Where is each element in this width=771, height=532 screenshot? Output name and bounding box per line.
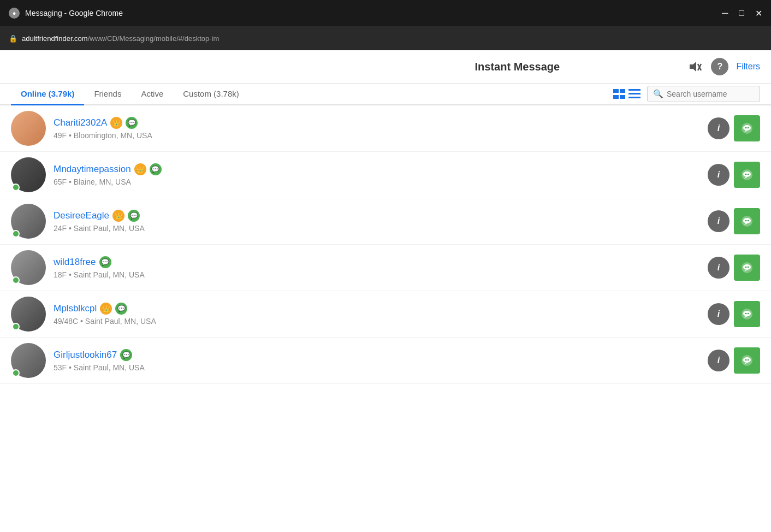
message-button[interactable] <box>734 255 760 281</box>
user-meta: 53F • Saint Paul, MN, USA <box>54 363 700 372</box>
maximize-button[interactable]: □ <box>739 8 744 19</box>
user-info: wild18free 💬 18F • Saint Paul, MN, USA <box>54 256 700 279</box>
username[interactable]: DesireeEagle <box>54 210 109 221</box>
window-controls: ─ □ ✕ <box>722 8 762 19</box>
username[interactable]: Girljustlookin67 <box>54 350 117 360</box>
svg-point-22 <box>745 220 746 221</box>
mute-icon[interactable] <box>686 58 703 75</box>
user-actions: i <box>708 115 760 141</box>
msg-badge: 💬 <box>120 349 132 361</box>
grid-view-button[interactable] <box>628 89 640 99</box>
svg-point-17 <box>745 174 746 175</box>
user-actions: i <box>708 162 760 188</box>
search-input[interactable] <box>667 90 754 98</box>
tab-custom[interactable]: Custom (3.78k) <box>173 84 249 105</box>
list-item: Chariti2302A 👑 💬 49F • Bloomington, MN, … <box>0 105 771 152</box>
user-meta: 24F • Saint Paul, MN, USA <box>54 224 700 233</box>
info-button[interactable]: i <box>708 117 730 139</box>
user-meta: 18F • Saint Paul, MN, USA <box>54 270 700 279</box>
svg-point-28 <box>746 267 748 268</box>
svg-point-23 <box>746 220 748 221</box>
tabs-right-controls: 🔍 <box>613 86 760 102</box>
avatar-wrap <box>11 343 46 378</box>
info-button[interactable]: i <box>708 303 730 325</box>
user-info: Girljustlookin67 💬 53F • Saint Paul, MN,… <box>54 349 700 372</box>
message-button[interactable] <box>734 347 760 374</box>
search-icon: 🔍 <box>653 89 663 99</box>
online-indicator <box>12 184 20 191</box>
message-button[interactable] <box>734 301 760 327</box>
minimize-button[interactable]: ─ <box>722 8 728 19</box>
tab-active[interactable]: Active <box>131 84 173 105</box>
tabs-bar: Online (3.79k) Friends Active Custom (3.… <box>0 84 771 105</box>
lock-icon: 🔒 <box>9 34 17 43</box>
filters-button[interactable]: Filters <box>736 62 760 72</box>
crown-badge: 👑 <box>112 210 124 222</box>
list-view-button[interactable] <box>613 89 625 99</box>
crown-badge: 👑 <box>134 163 146 175</box>
svg-point-12 <box>745 127 746 128</box>
addressbar: 🔒 adultfriendfinder.com /www/CD/Messagin… <box>0 26 771 50</box>
svg-rect-6 <box>620 95 625 99</box>
url-path[interactable]: /www/CD/Messaging/mobile/#/desktop-im <box>88 34 220 43</box>
message-button[interactable] <box>734 162 760 188</box>
browser-icon: ● <box>9 8 20 19</box>
svg-rect-8 <box>628 93 640 94</box>
username-row: Girljustlookin67 💬 <box>54 349 700 361</box>
info-button[interactable]: i <box>708 350 730 371</box>
msg-badge: 💬 <box>99 256 111 268</box>
url-base[interactable]: adultfriendfinder.com <box>22 34 88 43</box>
svg-rect-5 <box>613 95 619 99</box>
svg-rect-3 <box>613 89 619 93</box>
avatar-wrap <box>11 111 46 146</box>
user-info: Mplsblkcpl 👑 💬 49/48C • Saint Paul, MN, … <box>54 303 700 326</box>
username[interactable]: Mndaytimepassion <box>54 164 131 175</box>
header: Instant Message ? Filters <box>0 50 771 84</box>
info-button[interactable]: i <box>708 210 730 232</box>
svg-point-32 <box>745 313 746 314</box>
crown-badge: 👑 <box>100 303 112 315</box>
user-info: Mndaytimepassion 👑 💬 65F • Blaine, MN, U… <box>54 163 700 186</box>
user-info: Chariti2302A 👑 💬 49F • Bloomington, MN, … <box>54 117 700 140</box>
user-meta: 49/48C • Saint Paul, MN, USA <box>54 317 700 326</box>
username-row: Mplsblkcpl 👑 💬 <box>54 303 700 315</box>
online-indicator <box>12 369 20 377</box>
info-button[interactable]: i <box>708 164 730 186</box>
message-button[interactable] <box>734 115 760 141</box>
close-button[interactable]: ✕ <box>755 8 762 19</box>
msg-badge: 💬 <box>150 163 162 175</box>
svg-point-37 <box>745 359 746 360</box>
svg-point-33 <box>746 313 748 314</box>
tab-friends[interactable]: Friends <box>84 84 131 105</box>
avatar-wrap <box>11 204 46 239</box>
user-actions: i <box>708 347 760 374</box>
svg-rect-7 <box>628 89 640 91</box>
username[interactable]: Mplsblkcpl <box>54 303 97 314</box>
username-row: wild18free 💬 <box>54 256 700 268</box>
header-icons: ? Filters <box>686 58 760 83</box>
message-button[interactable] <box>734 208 760 234</box>
svg-point-24 <box>748 220 749 221</box>
user-actions: i <box>708 208 760 234</box>
svg-point-13 <box>746 127 748 128</box>
user-actions: i <box>708 255 760 281</box>
username-row: Chariti2302A 👑 💬 <box>54 117 700 129</box>
tab-online[interactable]: Online (3.79k) <box>11 84 84 105</box>
avatar-wrap <box>11 157 46 192</box>
username[interactable]: Chariti2302A <box>54 117 107 128</box>
avatar-wrap <box>11 297 46 332</box>
user-meta: 65F • Blaine, MN, USA <box>54 178 700 186</box>
username-row: Mndaytimepassion 👑 💬 <box>54 163 700 175</box>
avatar-wrap <box>11 250 46 285</box>
titlebar: ● Messaging - Google Chrome ─ □ ✕ <box>0 0 771 26</box>
help-icon[interactable]: ? <box>711 58 728 75</box>
online-indicator <box>12 276 20 284</box>
crown-badge: 👑 <box>110 117 122 129</box>
svg-point-14 <box>748 127 749 128</box>
list-item: Mndaytimepassion 👑 💬 65F • Blaine, MN, U… <box>0 152 771 198</box>
list-item: wild18free 💬 18F • Saint Paul, MN, USA i <box>0 245 771 291</box>
info-button[interactable]: i <box>708 257 730 279</box>
view-toggle <box>613 89 640 99</box>
username[interactable]: wild18free <box>54 257 96 268</box>
svg-rect-9 <box>628 97 640 98</box>
